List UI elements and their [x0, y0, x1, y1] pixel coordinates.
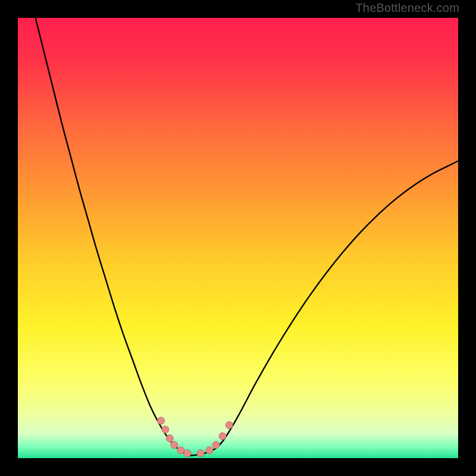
- curve-marker: [212, 441, 220, 449]
- curve-marker: [158, 417, 165, 424]
- bottleneck-curve-left: [36, 18, 190, 456]
- curve-marker: [166, 435, 173, 442]
- curve-marker: [206, 447, 213, 454]
- curve-marker: [219, 433, 226, 440]
- curve-marker: [162, 426, 169, 433]
- curve-markers: [158, 417, 233, 457]
- chart-frame: TheBottleneck.com: [0, 0, 476, 476]
- bottleneck-curve-right: [190, 161, 458, 456]
- curve-marker: [184, 450, 191, 457]
- curve-marker: [226, 422, 233, 429]
- plot-area: [18, 18, 458, 458]
- curve-marker: [177, 447, 184, 454]
- curve-layer: [18, 18, 458, 458]
- curve-marker: [197, 450, 204, 457]
- watermark-text: TheBottleneck.com: [355, 1, 459, 15]
- curve-marker: [171, 441, 178, 449]
